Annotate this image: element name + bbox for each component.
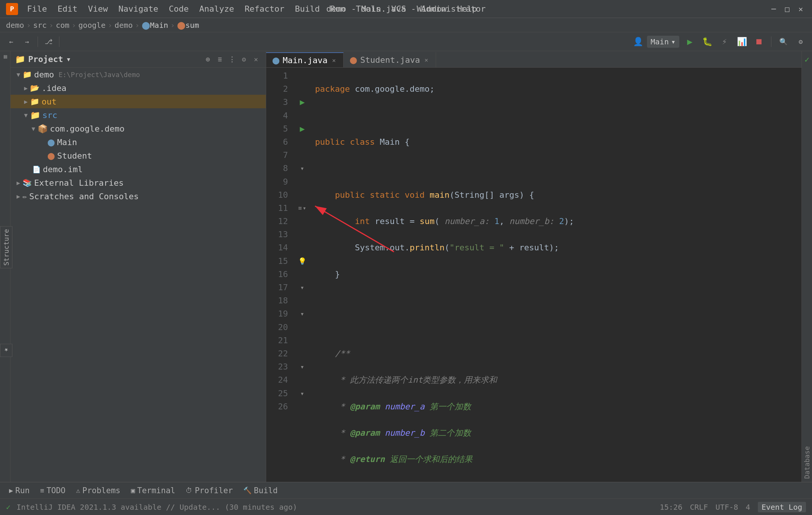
- breadcrumb-main[interactable]: Main: [150, 21, 168, 30]
- status-position[interactable]: 15:26: [660, 503, 682, 512]
- tab-student-java[interactable]: ⬤ Student.java ✕: [344, 52, 436, 67]
- breadcrumb-demo[interactable]: demo: [6, 21, 24, 30]
- terminal-tab-icon: ▣: [131, 486, 135, 494]
- project-options-button[interactable]: ⋮: [227, 54, 237, 65]
- gutter-4: [292, 109, 312, 122]
- app-icon: P: [6, 3, 18, 15]
- tree-item-iml[interactable]: 📄 demo.iml: [11, 162, 266, 176]
- gutter-10: [292, 188, 312, 201]
- maximize-button[interactable]: □: [782, 4, 792, 14]
- project-collapse-button[interactable]: ≡: [215, 54, 225, 65]
- project-panel-dropdown-icon[interactable]: ▾: [66, 55, 71, 64]
- line-10: [315, 321, 801, 334]
- iml-label: demo.iml: [43, 165, 83, 174]
- project-close-button[interactable]: ✕: [251, 54, 261, 65]
- stop-button[interactable]: ⏹: [752, 35, 766, 48]
- event-log-button[interactable]: Event Log: [758, 502, 806, 512]
- tree-item-out[interactable]: ▶ 📁 out: [11, 95, 266, 108]
- src-expand-arrow: ▼: [24, 112, 28, 119]
- student-tab-close[interactable]: ✕: [423, 56, 430, 63]
- database-panel-label[interactable]: Database: [801, 443, 812, 482]
- toolbar-user-icon[interactable]: 👤: [633, 37, 643, 46]
- favorites-panel-tab[interactable]: ★: [0, 344, 12, 357]
- terminal-tab-button[interactable]: ▣ Terminal: [126, 485, 180, 497]
- idea-label: .idea: [42, 83, 67, 93]
- status-line-separator[interactable]: CRLF: [690, 503, 708, 512]
- settings-button[interactable]: ⚙: [794, 35, 807, 48]
- line-12: * 此方法传递两个int类型参数，用来求和: [315, 373, 801, 386]
- tree-item-demo[interactable]: ▼ 📁 demo E:\Project\Java\demo: [11, 68, 266, 81]
- gutter-8: ▾: [292, 162, 312, 175]
- gutter-5[interactable]: ▶: [292, 122, 312, 135]
- breadcrumb-main-icon: ⬤: [142, 21, 150, 30]
- debug-button[interactable]: 🐛: [700, 35, 714, 48]
- tree-item-src[interactable]: ▼ 📁 src: [11, 108, 266, 122]
- breadcrumb-demo2[interactable]: demo: [115, 21, 133, 30]
- run-tab-button[interactable]: ▶ Run: [5, 485, 34, 497]
- tree-item-idea[interactable]: ▶ 📂 .idea: [11, 81, 266, 95]
- gutter-3[interactable]: ▶: [292, 95, 312, 109]
- line-11: /**: [315, 347, 801, 360]
- status-idea-version[interactable]: IntelliJ IDEA 2021.1.3 available // Upda…: [17, 503, 297, 512]
- menu-edit[interactable]: Edit: [53, 3, 82, 15]
- menu-code[interactable]: Code: [164, 3, 193, 15]
- gutter-25: ▾: [292, 387, 312, 400]
- line-3: public class Main {: [315, 135, 801, 148]
- run-button[interactable]: ▶: [683, 35, 697, 48]
- run-config-selector[interactable]: Main ▾: [647, 36, 679, 48]
- student-tab-label: Student.java: [360, 55, 420, 65]
- problems-tab-icon: ⚠: [76, 486, 80, 494]
- menu-navigate[interactable]: Navigate: [114, 3, 163, 15]
- problems-tab-button[interactable]: ⚠ Problems: [71, 485, 125, 497]
- tree-item-scratches[interactable]: ▶ ✏ Scratches and Consoles: [11, 189, 266, 203]
- menu-analyze[interactable]: Analyze: [195, 3, 239, 15]
- close-button[interactable]: ✕: [795, 4, 806, 14]
- todo-tab-button[interactable]: ≡ TODO: [36, 485, 70, 497]
- status-encoding[interactable]: UTF-8: [715, 503, 738, 512]
- menu-file[interactable]: File: [23, 3, 52, 15]
- tree-item-main[interactable]: ⬤ Main: [11, 135, 266, 149]
- gutter-9: [292, 175, 312, 188]
- main-tab-close[interactable]: ✕: [330, 57, 337, 64]
- main-tab-icon: ⬤: [272, 56, 280, 64]
- project-settings-button[interactable]: ⚙: [239, 54, 249, 65]
- code-editor[interactable]: 1 2 3 4 5 6 7 8 9 10 11 12 13 14 15 16 1…: [266, 68, 801, 482]
- search-everywhere-button[interactable]: 🔍: [777, 35, 790, 48]
- project-panel-toggle[interactable]: ≡: [1, 55, 9, 59]
- student-label: Student: [57, 151, 92, 161]
- tree-item-student[interactable]: ⬤ Student: [11, 149, 266, 162]
- breadcrumb-google[interactable]: google: [79, 21, 106, 30]
- gutter-17: ▾: [292, 281, 312, 294]
- breadcrumb-com[interactable]: com: [56, 21, 69, 30]
- project-tree: ▼ 📁 demo E:\Project\Java\demo ▶ 📂 .idea …: [11, 68, 266, 482]
- run-config-dropdown-icon: ▾: [671, 37, 676, 46]
- profile-button[interactable]: 📊: [735, 35, 748, 48]
- gutter-15[interactable]: 💡: [292, 254, 312, 268]
- package-label: com.google.demo: [50, 124, 125, 133]
- gutter-26: [292, 400, 312, 413]
- menu-refactor[interactable]: Refactor: [240, 3, 289, 15]
- gutter-6: [292, 135, 312, 148]
- line-8: }: [315, 268, 801, 281]
- breadcrumb-sum[interactable]: sum: [185, 21, 199, 30]
- menu-build[interactable]: Build: [291, 3, 324, 15]
- profiler-tab-label: Profiler: [195, 486, 233, 495]
- gutter-19: ▾: [292, 307, 312, 320]
- main-layout: ≡ 📁 Project ▾ ⊕ ≡ ⋮ ⚙ ✕ ▼ 📁 demo E:\Proj…: [0, 51, 812, 482]
- breadcrumb-src[interactable]: src: [33, 21, 47, 30]
- profiler-tab-button[interactable]: ⏱ Profiler: [181, 485, 237, 497]
- toolbar-git-button[interactable]: ⎇: [42, 35, 55, 48]
- toolbar-back-button[interactable]: ←: [5, 35, 18, 48]
- project-locate-button[interactable]: ⊕: [203, 54, 213, 65]
- minimize-button[interactable]: ─: [768, 4, 779, 14]
- coverage-button[interactable]: ⚡: [718, 35, 731, 48]
- toolbar-forward-button[interactable]: →: [20, 35, 34, 48]
- run-tab-icon: ▶: [9, 486, 13, 494]
- code-content[interactable]: package com.google.demo; public class Ma…: [312, 68, 801, 482]
- tab-main-java[interactable]: ⬤ Main.java ✕: [266, 52, 344, 67]
- structure-panel-tab[interactable]: Structure: [0, 226, 12, 268]
- tree-item-package[interactable]: ▼ 📦 com.google.demo: [11, 122, 266, 135]
- menu-view[interactable]: View: [83, 3, 112, 15]
- tree-item-ext-libs[interactable]: ▶ 📚 External Libraries: [11, 176, 266, 189]
- build-tab-button[interactable]: 🔨 Build: [239, 485, 282, 497]
